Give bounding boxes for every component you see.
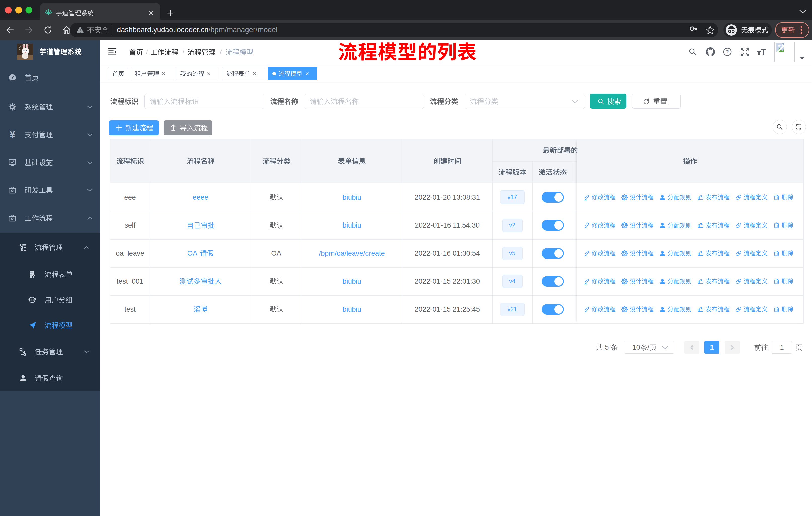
svg-text:?: ?	[726, 49, 729, 54]
